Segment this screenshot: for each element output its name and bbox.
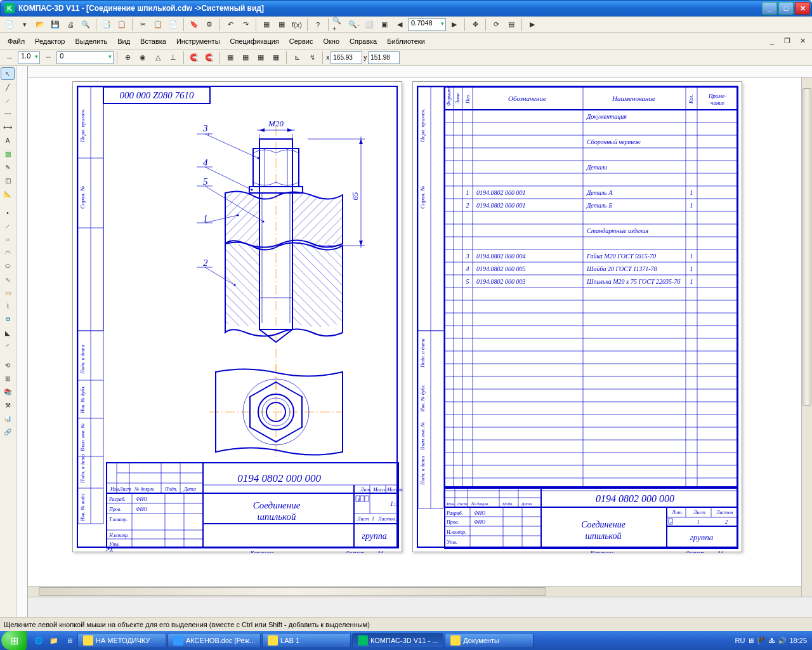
zoom-prev-button[interactable]: ◀ (393, 18, 407, 32)
vertical-scrollbar[interactable] (801, 77, 812, 597)
zoom-window-button[interactable]: ⬜ (362, 18, 376, 32)
drawing-sheet-2[interactable]: Перв. примен. Справ. № Подп. и дата Инв.… (412, 81, 742, 552)
paste-button[interactable]: 📄 (166, 18, 180, 32)
docs2-button[interactable]: 📋 (115, 18, 129, 32)
task-3[interactable]: LAB 1 (262, 633, 351, 648)
snap1-button[interactable]: ⊕ (121, 51, 134, 65)
grid3-button[interactable]: ▦ (254, 51, 268, 65)
minimize-button[interactable]: _ (762, 2, 777, 15)
style-combo-2[interactable]: 0 (56, 51, 114, 64)
attrib-button[interactable]: 🔖 (187, 18, 201, 32)
snap-magnet2-button[interactable]: 🧲 (202, 51, 216, 65)
start-button[interactable]: ⊞ (1, 631, 27, 650)
arc-tool[interactable]: ◠ (1, 246, 15, 259)
proj-tool[interactable]: ⊞ (1, 372, 15, 385)
grid4-button[interactable]: ▦ (269, 51, 283, 65)
save-button[interactable]: 💾 (48, 18, 62, 32)
coord-button[interactable]: ↯ (305, 51, 319, 65)
menu-tools[interactable]: Инструменты (171, 36, 225, 47)
ortho-button[interactable]: ⊾ (290, 51, 304, 65)
grid1-button[interactable]: ▦ (223, 51, 237, 65)
new-doc-button[interactable]: 📄 (3, 18, 16, 32)
zoom-out-button[interactable]: 🔍- (347, 18, 361, 32)
tray-icon-1[interactable]: 🖥 (747, 637, 754, 644)
mdi-minimize-button[interactable]: _ (765, 34, 779, 48)
language-indicator[interactable]: RU (735, 637, 745, 644)
open-button[interactable]: 📂 (33, 18, 47, 32)
close-button[interactable]: ✕ (795, 2, 810, 15)
point-tool[interactable]: • (1, 206, 15, 219)
bezier-tool[interactable]: ⌇ (1, 300, 15, 312)
new-dropdown-button[interactable]: ▾ (18, 18, 32, 32)
drawing-sheet-1[interactable]: Перв. примен. Справ. № Подп. и дата Инв.… (72, 81, 402, 552)
snap2-button[interactable]: ◉ (136, 51, 150, 65)
rectangle-tool[interactable]: ▭ (1, 286, 15, 299)
pointer-tool[interactable]: ↖ (1, 67, 15, 80)
snap-magnet1-button[interactable]: 🧲 (187, 51, 201, 65)
lib-tool[interactable]: 📚 (1, 385, 15, 398)
menu-insert[interactable]: Вставка (135, 36, 171, 47)
params-tool[interactable]: ◫ (1, 174, 15, 187)
run-button[interactable]: ▶ (525, 18, 539, 32)
menu-window[interactable]: Окно (318, 36, 344, 47)
tray-volume-icon[interactable]: 🔊 (778, 637, 787, 645)
mdi-close-button[interactable]: ✕ (796, 34, 809, 48)
task-5[interactable]: Документы (445, 633, 534, 648)
zoom-combo[interactable]: 0.7048 (408, 18, 446, 31)
macro-tool[interactable]: ⚒ (1, 399, 15, 411)
circle-tool[interactable]: ○ (1, 233, 15, 246)
task-1[interactable]: НА МЕТОДИЧКУ (77, 633, 166, 648)
edit-tool[interactable]: ✎ (1, 161, 15, 173)
table2-button[interactable]: ▦ (275, 18, 289, 32)
menu-help[interactable]: Справка (344, 36, 382, 47)
tray-icon-flag[interactable]: 🏴 (757, 637, 766, 645)
quicklaunch-2[interactable]: 📁 (47, 633, 61, 647)
polyline-tool[interactable]: ⟋ (1, 94, 15, 107)
help-button[interactable]: ? (311, 18, 325, 32)
style-combo-1[interactable]: 1.0 (18, 51, 40, 64)
menu-libs[interactable]: Библиотеки (382, 36, 430, 47)
task-4[interactable]: КОМПАС-3D V11 - ... (352, 633, 443, 648)
menu-editor[interactable]: Редактор (30, 36, 70, 47)
coord-y-input[interactable] (368, 51, 400, 64)
zoom-fit-button[interactable]: ▣ (377, 18, 391, 32)
docs-button[interactable]: 📑 (100, 18, 114, 32)
menu-file[interactable]: Файл (3, 36, 30, 47)
menu-select[interactable]: Выделить (70, 36, 112, 47)
fillet-tool[interactable]: ◜ (1, 340, 15, 352)
fx-button[interactable]: f(x) (290, 18, 304, 32)
grid2-button[interactable]: ▦ (239, 51, 252, 65)
coord-x-input[interactable] (331, 51, 362, 64)
snap3-button[interactable]: △ (151, 51, 165, 65)
quicklaunch-1[interactable]: 🌐 (32, 633, 46, 647)
zoom-next-button[interactable]: ▶ (447, 18, 461, 32)
pan-button[interactable]: ✥ (468, 18, 482, 32)
quicklaunch-3[interactable]: 🖥 (62, 633, 76, 647)
ellipse-tool[interactable]: ⬭ (1, 260, 15, 272)
dimension-tool[interactable]: ⟷ (1, 121, 15, 133)
refresh-button[interactable]: ⟳ (489, 18, 503, 32)
spline-tool[interactable]: 〰 (1, 107, 15, 120)
zoom-in-button[interactable]: 🔍+ (332, 18, 346, 32)
undo-button[interactable]: ↶ (223, 18, 237, 32)
menu-view[interactable]: Вид (112, 36, 135, 47)
chamfer-tool[interactable]: ◣ (1, 326, 15, 339)
drawing-canvas[interactable]: Перв. примен. Справ. № Подп. и дата Инв.… (28, 77, 812, 597)
nurbs-tool[interactable]: ∿ (1, 273, 15, 286)
tray-network-icon[interactable]: 🖧 (768, 637, 775, 644)
clock[interactable]: 18:25 (789, 637, 807, 644)
copy-button[interactable]: 📋 (151, 18, 165, 32)
segment-tool[interactable]: ⟋ (1, 220, 15, 232)
task-2[interactable]: АКСЕНОВ.doc [Реж... (167, 633, 261, 648)
redo-button[interactable]: ↷ (239, 18, 252, 32)
variables-button[interactable]: ⚙ (202, 18, 216, 32)
maximize-button[interactable]: □ (778, 2, 794, 15)
cut-button[interactable]: ✂ (136, 18, 150, 32)
print-button[interactable]: 🖨 (63, 18, 77, 32)
menu-service[interactable]: Сервис (284, 36, 318, 47)
hatch-tool[interactable]: ▨ (1, 147, 15, 160)
measure-tool[interactable]: 📐 (1, 187, 15, 200)
assoc-tool[interactable]: ⟲ (1, 359, 15, 371)
offset-tool[interactable]: ⧉ (1, 313, 15, 326)
text-tool[interactable]: A (1, 134, 15, 147)
